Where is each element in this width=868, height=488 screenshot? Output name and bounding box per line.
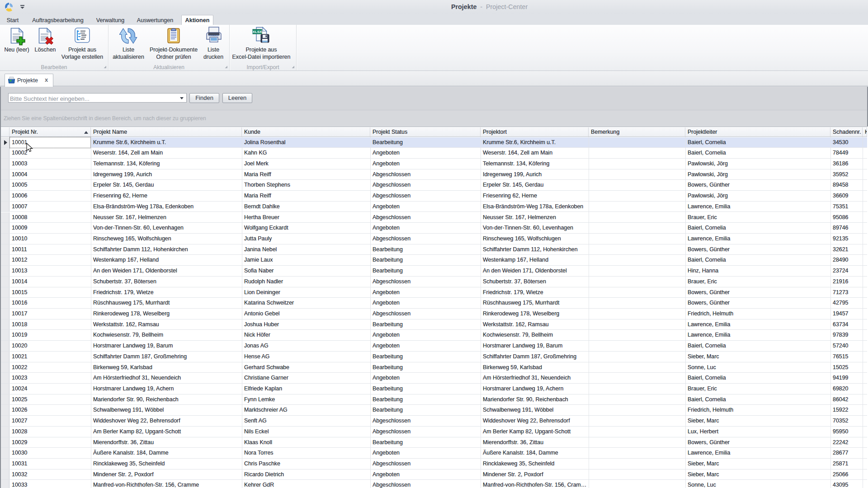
svg-text:XLSX: XLSX (253, 30, 263, 34)
